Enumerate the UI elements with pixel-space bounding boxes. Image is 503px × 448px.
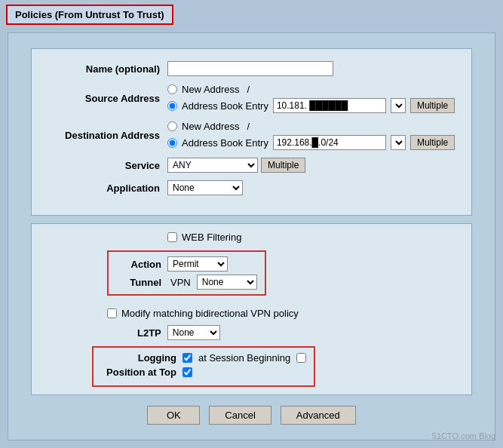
source-new-address-row: New Address / [167, 84, 455, 95]
dest-book-entry-row: Address Book Entry Multiple [167, 135, 455, 150]
destination-address-content: New Address / Address Book Entry Multipl… [167, 121, 455, 150]
position-row: Position at Top [101, 367, 306, 378]
vpn-select[interactable]: None [197, 275, 257, 290]
dest-new-address-row: New Address / [167, 121, 455, 132]
service-select[interactable]: ANY [167, 158, 258, 173]
web-filter-checkbox[interactable] [167, 232, 177, 242]
at-session-checkbox[interactable] [296, 353, 306, 363]
at-session-label: at Session Beginning [198, 352, 290, 364]
cancel-button[interactable]: Cancel [209, 406, 271, 425]
source-slash: / [244, 84, 253, 95]
logging-label: Logging [101, 352, 176, 364]
watermark: 51CTO.com Blog [432, 431, 495, 440]
l2tp-row: L2TP None [47, 325, 456, 340]
service-multiple-button[interactable]: Multiple [261, 158, 305, 173]
logging-inner-row: Logging at Session Beginning [101, 352, 306, 364]
action-section: WEB Filtering Action Permit Deny Reject … [31, 223, 472, 395]
source-multiple-button[interactable]: Multiple [410, 98, 455, 113]
modify-row: Modify matching bidirectional VPN policy [47, 308, 456, 319]
dest-new-address-label: New Address [182, 121, 240, 132]
dest-multiple-button[interactable]: Multiple [410, 135, 455, 150]
logging-checkbox[interactable] [182, 353, 192, 363]
dest-addr-select[interactable] [391, 135, 406, 150]
source-address-content: New Address / Address Book Entry Multipl… [167, 84, 455, 113]
source-book-entry-row: Address Book Entry Multiple [167, 98, 455, 113]
modify-checkbox[interactable] [107, 308, 117, 318]
application-content: None [167, 180, 243, 195]
ok-button[interactable]: OK [147, 406, 200, 425]
source-new-address-label: New Address [182, 84, 240, 95]
service-row: Service ANY Multiple [47, 158, 456, 173]
tunnel-label: Tunnel [116, 277, 161, 288]
web-filter-label: WEB Filtering [182, 232, 241, 243]
main-container: Name (optional) Source Address New Addre… [8, 32, 495, 440]
action-select[interactable]: Permit Deny Reject [167, 256, 228, 272]
dest-ip-input[interactable] [273, 135, 386, 150]
action-label: Action [116, 259, 161, 270]
dest-slash: / [244, 121, 253, 132]
destination-address-row: Destination Address New Address / Addres… [47, 121, 456, 150]
modify-label: Modify matching bidirectional VPN policy [121, 308, 299, 319]
source-book-entry-radio[interactable] [167, 101, 177, 111]
service-content: ANY Multiple [167, 158, 305, 173]
name-label: Name (optional) [47, 63, 167, 75]
bottom-buttons: OK Cancel Advanced [31, 406, 472, 425]
application-select[interactable]: None [167, 180, 243, 195]
name-row: Name (optional) [47, 61, 456, 76]
source-addr-select[interactable] [391, 98, 406, 113]
name-input[interactable] [167, 61, 333, 76]
web-filter-row: WEB Filtering [47, 232, 456, 243]
source-address-row: Source Address New Address / Address Boo… [47, 84, 456, 113]
source-radio-group: New Address / Address Book Entry Multipl… [167, 84, 455, 113]
tunnel-row: Tunnel VPN None [116, 275, 257, 290]
source-book-entry-label: Address Book Entry [182, 100, 268, 112]
logging-box: Logging at Session Beginning Position at… [92, 346, 315, 387]
l2tp-select[interactable]: None [167, 325, 220, 340]
vpn-text: VPN [170, 277, 191, 288]
l2tp-label: L2TP [137, 327, 161, 339]
top-form-section: Name (optional) Source Address New Addre… [31, 48, 472, 216]
application-row: Application None [47, 180, 456, 195]
position-checkbox[interactable] [182, 367, 192, 377]
name-content [167, 61, 333, 76]
dest-book-entry-radio[interactable] [167, 138, 177, 148]
action-tunnel-box: Action Permit Deny Reject Tunnel VPN Non… [107, 250, 266, 296]
title-bar: Policies (From Untrust To Trust) [0, 0, 503, 29]
source-address-label: Source Address [47, 93, 167, 104]
application-label: Application [47, 183, 167, 194]
dest-book-entry-label: Address Book Entry [182, 137, 268, 149]
advanced-button[interactable]: Advanced [281, 406, 356, 425]
source-ip-input[interactable] [273, 98, 386, 113]
destination-address-label: Destination Address [47, 130, 167, 141]
dest-new-address-radio[interactable] [167, 121, 177, 131]
position-label: Position at Top [101, 367, 176, 378]
service-label: Service [47, 160, 167, 171]
action-inner-row: Action Permit Deny Reject [116, 256, 257, 272]
source-new-address-radio[interactable] [167, 84, 177, 94]
dest-radio-group: New Address / Address Book Entry Multipl… [167, 121, 455, 150]
